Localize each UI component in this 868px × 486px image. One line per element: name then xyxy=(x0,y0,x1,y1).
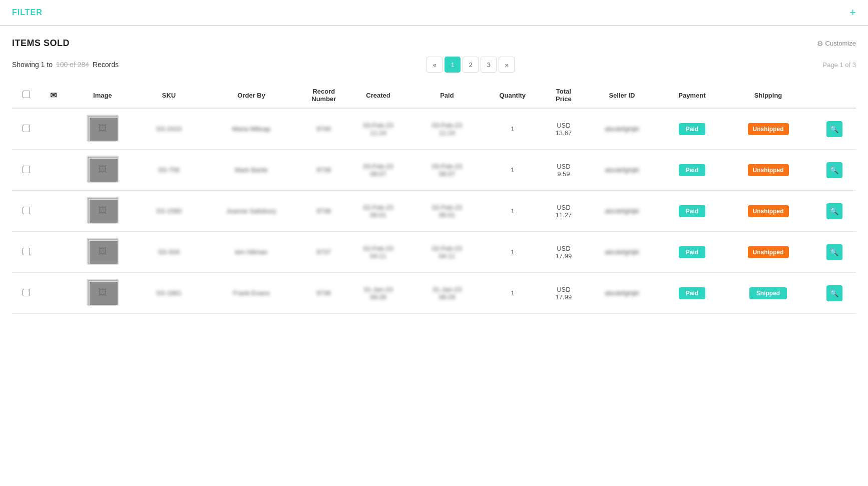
row-checkbox-cell xyxy=(12,232,40,273)
payment-badge: Paid xyxy=(679,246,705,258)
page-next-button[interactable]: » xyxy=(499,57,515,73)
payment-badge: Paid xyxy=(679,287,705,299)
row-search-button[interactable]: 🔍 xyxy=(826,162,842,178)
row-checkbox[interactable] xyxy=(23,207,30,214)
row-action-cell: 🔍 xyxy=(812,232,856,273)
row-search-button[interactable]: 🔍 xyxy=(826,121,842,137)
col-total-price: TotalPrice xyxy=(544,83,584,108)
row-email-cell xyxy=(40,232,66,273)
col-sku: SKU xyxy=(139,83,199,108)
row-sku: SS-1861 xyxy=(139,273,199,314)
row-search-button[interactable]: 🔍 xyxy=(826,203,842,219)
filter-title: FILTER xyxy=(12,8,43,17)
row-checkbox[interactable] xyxy=(23,166,30,173)
row-sku: SS-1580 xyxy=(139,191,199,232)
row-record-number: 9736 xyxy=(304,273,344,314)
row-created: 02-Feb-2304:11 xyxy=(344,232,412,273)
row-image-cell xyxy=(66,273,139,314)
row-shipping-status: Unshipped xyxy=(724,232,812,273)
col-checkbox xyxy=(12,83,40,108)
row-checkbox-cell xyxy=(12,273,40,314)
showing-text: Showing 1 to 100 of 284 Records xyxy=(12,61,119,69)
row-seller-id: abcdefghijkl xyxy=(584,191,660,232)
row-quantity: 1 xyxy=(482,108,544,150)
row-email-cell xyxy=(40,108,66,150)
items-sold-table: ✉ Image SKU Order By RecordNumber Create… xyxy=(12,83,856,314)
row-checkbox[interactable] xyxy=(23,125,30,132)
col-quantity: Quantity xyxy=(482,83,544,108)
row-payment-status: Paid xyxy=(660,108,724,150)
shipping-badge: Unshipped xyxy=(748,123,789,135)
product-image xyxy=(87,156,119,183)
row-total-price: USD9.59 xyxy=(544,150,584,191)
row-seller-id: abcdefghijkl xyxy=(584,232,660,273)
row-record-number: 9739 xyxy=(304,150,344,191)
product-image xyxy=(87,197,119,224)
product-image xyxy=(87,238,119,265)
row-shipping-status: Unshipped xyxy=(724,108,812,150)
table-row: SS-756 Mark Barile 9739 03-Feb-2308:07 0… xyxy=(12,150,856,191)
row-action-cell: 🔍 xyxy=(812,108,856,150)
row-checkbox[interactable] xyxy=(23,248,30,255)
table-row: SS-1861 Frank Evans 9736 31-Jan-2308:28 … xyxy=(12,273,856,314)
row-order-by: Mark Barile xyxy=(199,150,304,191)
row-quantity: 1 xyxy=(482,150,544,191)
email-icon: ✉ xyxy=(50,91,57,100)
row-search-button[interactable]: 🔍 xyxy=(826,285,842,301)
row-shipping-status: Unshipped xyxy=(724,191,812,232)
row-checkbox[interactable] xyxy=(23,289,30,296)
col-paid: Paid xyxy=(412,83,481,108)
row-payment-status: Paid xyxy=(660,273,724,314)
row-order-by: Joanne Salisbury xyxy=(199,191,304,232)
row-seller-id: abcdefghijkl xyxy=(584,108,660,150)
row-checkbox-cell xyxy=(12,191,40,232)
product-image xyxy=(87,115,119,142)
row-order-by: kim hillman xyxy=(199,232,304,273)
page-3-button[interactable]: 3 xyxy=(481,57,497,73)
shipping-badge: Shipped xyxy=(749,287,787,299)
table-row: SS-2410 Maria Millsap 9740 03-Feb-2311:2… xyxy=(12,108,856,150)
row-image-cell xyxy=(66,191,139,232)
select-all-checkbox[interactable] xyxy=(23,91,30,98)
gear-icon: ⚙ xyxy=(817,40,823,48)
row-action-cell: 🔍 xyxy=(812,191,856,232)
row-email-cell xyxy=(40,273,66,314)
showing-highlight: 100 of 284 xyxy=(56,61,89,69)
col-actions xyxy=(812,83,856,108)
page-prev-button[interactable]: « xyxy=(426,57,443,73)
shipping-badge: Unshipped xyxy=(748,164,789,176)
page-1-button[interactable]: 1 xyxy=(445,57,461,73)
row-search-button[interactable]: 🔍 xyxy=(826,244,842,260)
customize-button[interactable]: ⚙ Customize xyxy=(817,40,856,48)
row-total-price: USD17.99 xyxy=(544,273,584,314)
row-email-cell xyxy=(40,150,66,191)
page-2-button[interactable]: 2 xyxy=(463,57,479,73)
row-action-cell: 🔍 xyxy=(812,150,856,191)
row-order-by: Maria Millsap xyxy=(199,108,304,150)
col-seller-id: Seller ID xyxy=(584,83,660,108)
row-payment-status: Paid xyxy=(660,232,724,273)
row-record-number: 9737 xyxy=(304,232,344,273)
customize-label: Customize xyxy=(825,40,856,47)
row-total-price: USD13.67 xyxy=(544,108,584,150)
row-checkbox-cell xyxy=(12,108,40,150)
row-record-number: 9740 xyxy=(304,108,344,150)
row-image-cell xyxy=(66,150,139,191)
row-action-cell: 🔍 xyxy=(812,273,856,314)
payment-badge: Paid xyxy=(679,164,705,176)
row-quantity: 1 xyxy=(482,273,544,314)
section-title: ITEMS SOLD xyxy=(12,38,70,49)
product-image xyxy=(87,279,119,306)
row-created: 03-Feb-2308:07 xyxy=(344,150,412,191)
col-record-number: RecordNumber xyxy=(304,83,344,108)
row-quantity: 1 xyxy=(482,232,544,273)
row-shipping-status: Shipped xyxy=(724,273,812,314)
payment-badge: Paid xyxy=(679,123,705,135)
filter-plus-button[interactable]: + xyxy=(849,6,856,19)
col-shipping: Shipping xyxy=(724,83,812,108)
main-content: ITEMS SOLD ⚙ Customize Showing 1 to 100 … xyxy=(0,26,868,314)
row-sku: SS-2410 xyxy=(139,108,199,150)
row-seller-id: abcdefghijkl xyxy=(584,273,660,314)
pagination-row: Showing 1 to 100 of 284 Records « 1 2 3 … xyxy=(12,57,856,73)
filter-bar: FILTER + xyxy=(0,0,868,26)
